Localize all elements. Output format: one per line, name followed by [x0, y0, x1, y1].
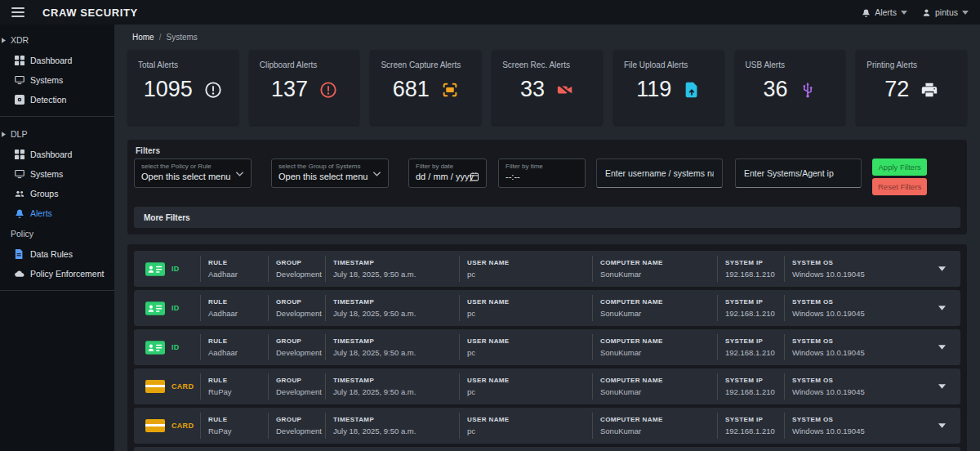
sidebar: XDR Dashboard Systems Detection DLP Dash…: [0, 25, 114, 451]
agent-ip-input[interactable]: [735, 159, 862, 188]
sidebar-item-dlp-groups[interactable]: Groups: [0, 184, 114, 203]
monitor-icon: [15, 169, 24, 179]
cell-computer-name: SonuKumar: [600, 309, 717, 318]
sidebar-item-label: Policy Enforcement: [30, 269, 104, 279]
row-expand-caret[interactable]: [938, 266, 960, 271]
column-header: TIMESTAMP: [333, 377, 459, 384]
sidebar-item-data-rules[interactable]: Data Rules: [0, 244, 114, 264]
date-filter-label: Filter by date: [416, 163, 479, 170]
stat-card-value: 72: [884, 77, 909, 102]
caret-down-icon: [962, 11, 969, 15]
cell-user-name: pc: [467, 387, 592, 396]
dashboard-grid-icon: [15, 56, 24, 65]
sidebar-item-dlp-alerts[interactable]: Alerts: [0, 203, 114, 223]
calendar-icon[interactable]: [470, 172, 479, 181]
breadcrumb: Home / Systems: [127, 25, 967, 42]
cell-computer-name: SonuKumar: [600, 348, 717, 357]
filters-title: Filters: [136, 146, 960, 155]
stat-card-value: 33: [520, 77, 545, 102]
cell-computer-name: SonuKumar: [600, 426, 717, 435]
username-systems-input[interactable]: [596, 159, 723, 188]
column-header: SYSTEM IP: [725, 377, 784, 384]
time-filter-value: --:--: [506, 172, 578, 181]
sidebar-item-xdr-systems[interactable]: Systems: [0, 70, 114, 90]
column-header: SYSTEM IP: [725, 298, 784, 306]
column-header: COMPUTER NAME: [600, 259, 717, 266]
dashboard-grid-icon: [15, 150, 24, 159]
cell-rule: RuPay: [208, 426, 268, 435]
stat-card-value: 681: [393, 77, 430, 102]
sidebar-item-dlp-dashboard[interactable]: Dashboard: [0, 145, 114, 164]
sidebar-divider: [0, 116, 114, 117]
stat-card-printing-alerts: Printing Alerts 72: [856, 50, 967, 125]
sidebar-item-policy-enforcement[interactable]: Policy Enforcement: [0, 264, 114, 284]
more-filters-toggle[interactable]: More Filters: [134, 207, 960, 228]
column-header: COMPUTER NAME: [600, 377, 717, 384]
alerts-dropdown[interactable]: Alerts: [862, 7, 907, 17]
cell-user-name: pc: [467, 348, 592, 357]
column-header: GROUP: [276, 377, 325, 384]
column-header: SYSTEM OS: [792, 298, 898, 306]
cell-system-ip: 192.168.1.210: [725, 348, 784, 357]
user-dropdown[interactable]: pintus: [922, 7, 969, 17]
cell-system-os: Windows 10.0.19045: [792, 309, 898, 318]
detection-icon: [15, 95, 24, 105]
sidebar-item-label: Systems: [30, 75, 63, 85]
column-header: RULE: [208, 416, 268, 423]
sidebar-section-dlp[interactable]: DLP: [0, 123, 114, 145]
more-filters-label: More Filters: [144, 213, 190, 222]
stat-card-label: Total Alerts: [127, 50, 238, 69]
stat-card-screen-capture-alerts: Screen Capture Alerts 681: [370, 50, 481, 125]
row-type-cell: CARD: [134, 380, 200, 393]
column-header: SYSTEM OS: [792, 259, 898, 266]
section-title: DLP: [11, 129, 27, 139]
column-header: USER NAME: [467, 337, 592, 345]
cell-group: Development: [276, 387, 325, 396]
row-expand-caret[interactable]: [938, 384, 960, 389]
group-systems-select[interactable]: select the Group of Systems Open this se…: [271, 159, 389, 188]
cell-rule: Aadhaar: [208, 270, 268, 279]
sidebar-item-label: Dashboard: [30, 150, 72, 159]
column-header: GROUP: [276, 416, 325, 423]
breadcrumb-separator: /: [159, 33, 162, 42]
cell-system-os: Windows 10.0.19045: [792, 270, 898, 279]
cell-computer-name: SonuKumar: [600, 387, 717, 396]
row-expand-caret[interactable]: [938, 423, 960, 428]
caret-down-icon: [901, 11, 907, 15]
sidebar-item-xdr-detection[interactable]: Detection: [0, 90, 114, 109]
row-expand-caret[interactable]: [938, 306, 960, 310]
row-type-label: CARD: [172, 382, 194, 391]
time-filter-input[interactable]: Filter by time --:--: [498, 159, 586, 188]
date-filter-input[interactable]: Filter by date dd / mm / yyyy: [408, 159, 487, 188]
column-header: USER NAME: [467, 298, 592, 306]
hamburger-menu-icon[interactable]: [11, 7, 24, 18]
cell-timestamp: July 18, 2025, 9:50 a.m.: [333, 348, 459, 357]
sidebar-section-xdr[interactable]: XDR: [0, 29, 114, 51]
column-header: RULE: [208, 337, 268, 345]
table-row: CARD RULERuPay GROUPDevelopment TIMESTAM…: [134, 368, 960, 404]
column-header: SYSTEM OS: [792, 337, 898, 345]
stat-card-label: USB Alerts: [735, 50, 846, 69]
cell-timestamp: July 18, 2025, 9:50 a.m.: [333, 426, 459, 435]
cell-group: Development: [276, 309, 325, 318]
row-type-cell: ID: [134, 262, 200, 276]
row-expand-caret[interactable]: [938, 345, 960, 350]
file-text-icon: [15, 249, 24, 259]
sidebar-section-policy[interactable]: Policy: [0, 223, 114, 244]
cell-system-ip: 192.168.1.210: [725, 309, 784, 318]
cell-rule: Aadhaar: [208, 309, 268, 318]
row-type-label: ID: [172, 304, 180, 312]
table-row: ID RULEAadhaar GROUPDevelopment TIMESTAM…: [134, 290, 960, 326]
people-icon: [15, 189, 24, 199]
row-type-label: ID: [172, 343, 180, 351]
policy-rule-select[interactable]: select the Policy or Rule Open this sele…: [134, 159, 252, 188]
topbar: CRAW SECURITY Alerts pintus: [0, 0, 980, 25]
breadcrumb-home-link[interactable]: Home: [132, 33, 154, 42]
apply-filters-button[interactable]: Apply Filters: [872, 159, 927, 176]
exclamation-circle-icon: [204, 81, 222, 99]
sidebar-item-dlp-systems[interactable]: Systems: [0, 164, 114, 184]
sidebar-item-xdr-dashboard[interactable]: Dashboard: [0, 51, 114, 70]
column-header: COMPUTER NAME: [600, 298, 717, 306]
alerts-table: ID RULEAadhaar GROUPDevelopment TIMESTAM…: [127, 244, 967, 451]
reset-filters-button[interactable]: Reset Filters: [872, 178, 927, 195]
